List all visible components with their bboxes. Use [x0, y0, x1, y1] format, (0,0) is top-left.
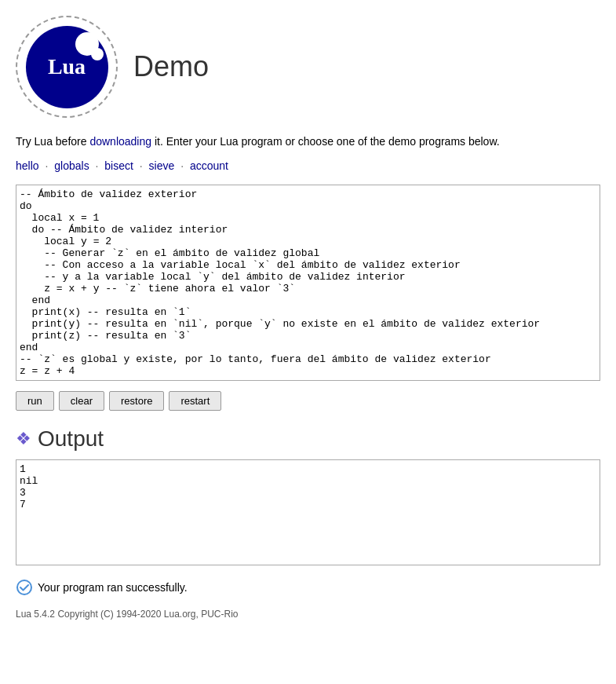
- logo-container: Lua: [16, 16, 118, 118]
- output-heading: Output: [38, 426, 104, 452]
- separator-1: ·: [45, 159, 51, 172]
- separator-3: ·: [140, 159, 146, 172]
- success-message: Your program ran successfully.: [38, 581, 188, 594]
- intro-before-link: Try Lua before: [16, 135, 89, 148]
- separator-2: ·: [96, 159, 102, 172]
- downloading-link[interactable]: downloading: [89, 135, 151, 148]
- separator-4: ·: [180, 159, 187, 172]
- footer-copyright: Lua 5.4.2 Copyright (C) 1994-2020 Lua.or…: [16, 609, 600, 620]
- demo-link-hello[interactable]: hello: [16, 159, 39, 172]
- button-row: run clear restore restart: [16, 391, 600, 411]
- restore-button[interactable]: restore: [109, 391, 164, 411]
- demo-link-bisect[interactable]: bisect: [104, 159, 133, 172]
- output-box[interactable]: [16, 459, 600, 565]
- header: Lua Demo: [16, 16, 600, 118]
- demo-link-account[interactable]: account: [190, 159, 228, 172]
- logo-inner: Lua: [26, 26, 108, 108]
- intro-after-link: it. Enter your Lua program or choose one…: [151, 135, 500, 148]
- intro-paragraph: Try Lua before downloading it. Enter you…: [16, 134, 600, 150]
- logo-circle-small: [91, 48, 104, 60]
- code-editor[interactable]: [16, 185, 600, 381]
- demo-link-globals[interactable]: globals: [54, 159, 89, 172]
- restart-button[interactable]: restart: [169, 391, 221, 411]
- success-icon: [16, 579, 33, 596]
- page-title: Demo: [133, 50, 209, 83]
- run-button[interactable]: run: [16, 391, 54, 411]
- logo-text: Lua: [48, 54, 86, 79]
- output-section-title: ❖ Output: [16, 426, 600, 452]
- demo-links: hello · globals · bisect · sieve · accou…: [16, 159, 600, 172]
- demo-link-sieve[interactable]: sieve: [149, 159, 175, 172]
- success-row: Your program ran successfully.: [16, 579, 600, 596]
- diamond-icon: ❖: [16, 429, 31, 449]
- clear-button[interactable]: clear: [59, 391, 104, 411]
